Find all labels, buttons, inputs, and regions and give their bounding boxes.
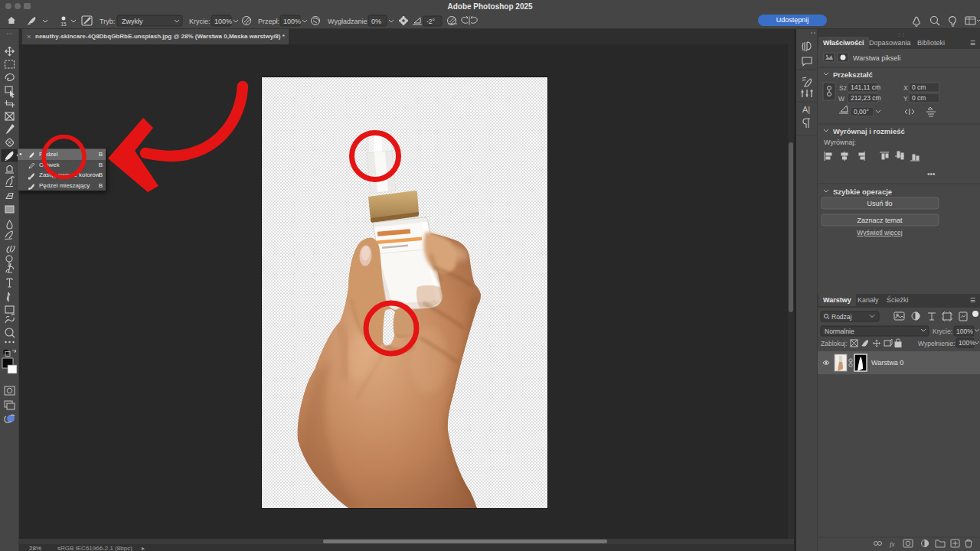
svg-text:Usuń tło: Usuń tło <box>867 200 892 207</box>
svg-text:Szybkie operacje: Szybkie operacje <box>833 187 892 196</box>
svg-text:0,00°: 0,00° <box>854 108 869 116</box>
svg-text:Normalnie: Normalnie <box>825 328 854 335</box>
svg-text:Rodzaj: Rodzaj <box>831 313 852 321</box>
svg-text:141,11 cm: 141,11 cm <box>851 83 880 91</box>
svg-text:100%: 100% <box>283 18 301 25</box>
svg-text:Zablokuj:: Zablokuj: <box>821 340 848 347</box>
svg-text:0 cm: 0 cm <box>912 83 926 91</box>
svg-text:Przekształć: Przekształć <box>833 70 873 79</box>
svg-text:Krycie:: Krycie: <box>933 328 952 335</box>
svg-text:X: X <box>903 84 908 92</box>
svg-text:Zwykły: Zwykły <box>122 18 143 25</box>
svg-text:W: W <box>838 95 844 103</box>
svg-text:Y: Y <box>903 95 908 103</box>
svg-text:15: 15 <box>60 21 67 27</box>
svg-text:0%: 0% <box>371 18 381 25</box>
svg-text:100%: 100% <box>214 18 232 25</box>
svg-text:-2°: -2° <box>426 18 435 25</box>
svg-text:Tryb:: Tryb: <box>100 18 115 25</box>
svg-text:Wyświetl więcej: Wyświetl więcej <box>857 229 903 236</box>
svg-text:Wypełnienie:: Wypełnienie: <box>918 340 956 347</box>
svg-text:A|: A| <box>802 105 810 114</box>
svg-text:Wyrównaj i rozmieść: Wyrównaj i rozmieść <box>833 127 905 135</box>
svg-text:Warstwa pikseli: Warstwa pikseli <box>853 54 900 62</box>
svg-text:100%: 100% <box>956 328 973 335</box>
svg-text:fx: fx <box>890 540 895 548</box>
svg-text:•••: ••• <box>927 170 936 178</box>
svg-text:Wyrównaj:: Wyrównaj: <box>824 139 856 146</box>
svg-text:100%: 100% <box>959 339 975 347</box>
svg-text:Wygładzanie:: Wygładzanie: <box>328 18 369 25</box>
svg-text:0 cm: 0 cm <box>912 94 926 102</box>
svg-text:Sz: Sz <box>839 84 847 92</box>
svg-text:Przepł:: Przepł: <box>258 18 279 25</box>
svg-text:Krycie:: Krycie: <box>189 18 211 25</box>
svg-text:212,23 cm: 212,23 cm <box>851 94 881 102</box>
svg-text:Warstwa 0: Warstwa 0 <box>871 359 903 367</box>
svg-text:Zaznacz temat: Zaznacz temat <box>857 217 903 224</box>
